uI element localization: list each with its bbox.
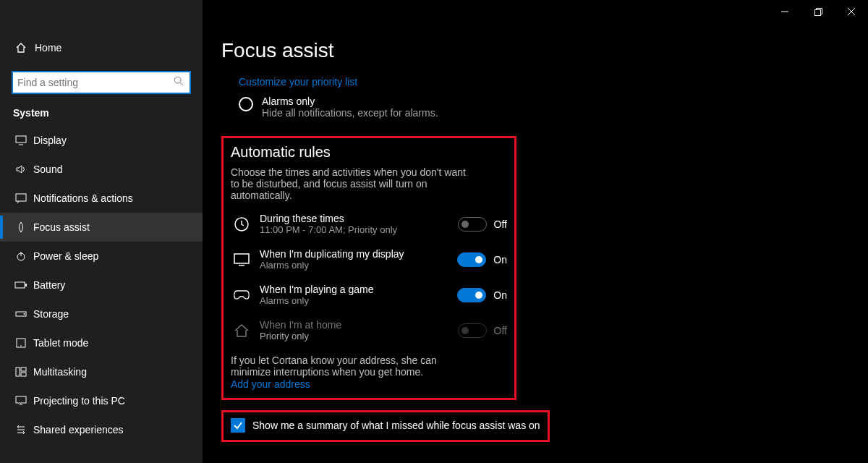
rule-toggle[interactable] bbox=[458, 217, 487, 232]
highlight-automatic-rules: Automatic rules Choose the times and act… bbox=[221, 136, 516, 400]
toggle-state-label: Off bbox=[494, 325, 507, 336]
sidebar-item-focus-assist[interactable]: Focus assist bbox=[0, 213, 203, 242]
rule-toggle-disabled bbox=[458, 323, 487, 338]
toggle-state-label: On bbox=[493, 289, 507, 301]
multitasking-icon bbox=[13, 367, 29, 377]
sidebar-home-label: Home bbox=[35, 42, 61, 54]
clock-icon bbox=[231, 213, 252, 235]
sidebar-item-power-sleep[interactable]: Power & sleep bbox=[0, 242, 203, 271]
sidebar-item-shared-experiences[interactable]: Shared experiences bbox=[0, 415, 203, 444]
sidebar-item-label: Tablet mode bbox=[33, 337, 88, 349]
rule-title: When I'm at home bbox=[260, 319, 451, 331]
summary-checkbox[interactable] bbox=[231, 418, 245, 433]
automatic-rules-heading: Automatic rules bbox=[231, 144, 507, 161]
toggle-state-label: Off bbox=[494, 218, 507, 230]
rule-at-home: When I'm at home Priority only Off bbox=[231, 319, 507, 341]
svg-rect-19 bbox=[21, 373, 26, 376]
sidebar-item-multitasking[interactable]: Multitasking bbox=[0, 357, 203, 386]
sidebar-item-label: Storage bbox=[33, 308, 69, 320]
shared-icon bbox=[13, 425, 29, 435]
sidebar-item-label: Sound bbox=[33, 163, 62, 175]
sidebar-item-label: Power & sleep bbox=[33, 250, 98, 262]
svg-point-14 bbox=[24, 313, 25, 315]
cortana-note: If you let Cortana know your address, sh… bbox=[231, 354, 477, 378]
sidebar-item-projecting[interactable]: Projecting to this PC bbox=[0, 386, 203, 415]
rule-playing-game[interactable]: When I'm playing a game Alarms only On bbox=[231, 284, 507, 306]
focus-option-title: Alarms only bbox=[262, 95, 438, 107]
maximize-icon bbox=[814, 8, 822, 16]
add-address-link[interactable]: Add your address bbox=[231, 378, 310, 390]
svg-rect-1 bbox=[814, 9, 820, 15]
svg-rect-17 bbox=[16, 368, 20, 376]
rule-title: When I'm duplicating my display bbox=[260, 248, 450, 260]
svg-rect-12 bbox=[25, 284, 27, 286]
focus-assist-icon bbox=[13, 221, 29, 233]
gamepad-icon bbox=[231, 284, 252, 306]
home-outline-icon bbox=[231, 320, 252, 341]
display-icon bbox=[13, 135, 29, 145]
window-minimize-button[interactable] bbox=[768, 0, 801, 23]
sidebar-item-label: Display bbox=[33, 135, 67, 146]
settings-sidebar: Home System Display Sound Notifications … bbox=[0, 0, 203, 463]
rule-title: During these times bbox=[260, 213, 451, 224]
automatic-rules-desc: Choose the times and activities when you… bbox=[231, 166, 477, 201]
battery-icon bbox=[13, 281, 29, 289]
rule-toggle[interactable] bbox=[457, 288, 486, 302]
rule-during-these-times[interactable]: During these times 11:00 PM - 7:00 AM; P… bbox=[231, 213, 507, 235]
svg-rect-6 bbox=[16, 136, 26, 143]
rule-title: When I'm playing a game bbox=[260, 284, 450, 295]
sidebar-item-label: Focus assist bbox=[33, 221, 90, 233]
sidebar-item-sound[interactable]: Sound bbox=[0, 155, 203, 184]
sidebar-item-battery[interactable]: Battery bbox=[0, 271, 203, 300]
sidebar-item-tablet-mode[interactable]: Tablet mode bbox=[0, 328, 203, 357]
svg-point-16 bbox=[20, 345, 22, 347]
tablet-icon bbox=[13, 338, 29, 348]
toggle-state-label: On bbox=[493, 254, 507, 266]
svg-rect-18 bbox=[21, 368, 26, 371]
power-icon bbox=[13, 250, 29, 262]
sidebar-item-notifications[interactable]: Notifications & actions bbox=[0, 184, 203, 213]
focus-option-sub: Hide all notifications, except for alarm… bbox=[262, 107, 438, 119]
page-title: Focus assist bbox=[221, 39, 849, 62]
radio-unchecked-icon bbox=[239, 97, 253, 111]
rule-sub: Priority only bbox=[260, 331, 451, 341]
rule-sub: Alarms only bbox=[260, 260, 450, 271]
svg-rect-20 bbox=[16, 396, 26, 403]
sidebar-item-storage[interactable]: Storage bbox=[0, 300, 203, 328]
minimize-icon bbox=[781, 8, 788, 15]
window-close-button[interactable] bbox=[835, 0, 868, 23]
checkmark-icon bbox=[233, 420, 243, 430]
svg-rect-8 bbox=[16, 194, 26, 201]
svg-rect-11 bbox=[15, 282, 25, 288]
projecting-icon bbox=[13, 396, 29, 406]
rule-sub: Alarms only bbox=[260, 295, 450, 306]
monitor-icon bbox=[231, 249, 252, 271]
rule-duplicating-display[interactable]: When I'm duplicating my display Alarms o… bbox=[231, 248, 507, 271]
rule-toggle[interactable] bbox=[457, 252, 486, 267]
search-input-wrapper[interactable] bbox=[12, 71, 191, 94]
main-content: Focus assist Customize your priority lis… bbox=[203, 23, 868, 463]
sound-icon bbox=[13, 164, 29, 174]
close-icon bbox=[848, 8, 855, 15]
sidebar-item-label: Projecting to this PC bbox=[33, 395, 125, 407]
window-maximize-button[interactable] bbox=[801, 0, 835, 23]
sidebar-item-display[interactable]: Display bbox=[0, 126, 203, 155]
home-icon bbox=[13, 42, 29, 54]
sidebar-home[interactable]: Home bbox=[0, 33, 203, 62]
rule-sub: 11:00 PM - 7:00 AM; Priority only bbox=[260, 224, 451, 235]
customize-priority-list-link[interactable]: Customize your priority list bbox=[239, 76, 357, 88]
sidebar-group-heading: System bbox=[0, 107, 203, 119]
highlight-summary-checkbox: Show me a summary of what I missed while… bbox=[221, 410, 550, 442]
sidebar-item-label: Multitasking bbox=[33, 366, 87, 378]
storage-icon bbox=[13, 310, 29, 318]
notifications-icon bbox=[13, 193, 29, 203]
search-input[interactable] bbox=[13, 72, 190, 93]
sidebar-item-label: Battery bbox=[33, 279, 65, 291]
sidebar-item-label: Shared experiences bbox=[33, 424, 124, 436]
svg-rect-22 bbox=[234, 254, 249, 263]
sidebar-item-label: Notifications & actions bbox=[33, 192, 133, 204]
focus-option-alarms-only[interactable]: Alarms only Hide all notifications, exce… bbox=[239, 95, 849, 119]
summary-checkbox-label: Show me a summary of what I missed while… bbox=[252, 420, 540, 431]
